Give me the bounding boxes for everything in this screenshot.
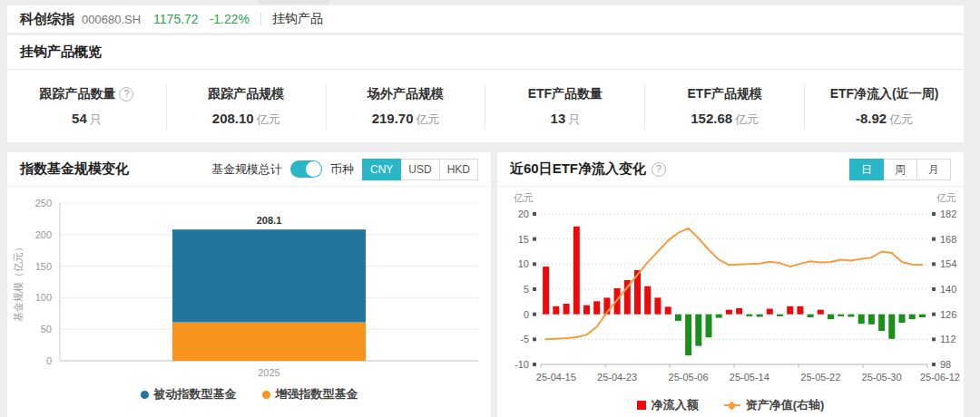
stat-label: 场外产品规模 <box>368 86 444 102</box>
currency-usd-button[interactable]: USD <box>400 159 439 180</box>
svg-text:50: 50 <box>41 324 52 335</box>
index-header-bar: 科创综指 000680.SH 1175.72 -1.22% 挂钩产品 <box>7 5 964 33</box>
legend-square-icon <box>637 401 646 410</box>
overview-panel: 挂钩产品概览 跟踪产品数量 ? 54只 跟踪产品规模 208.10亿元 场外产品… <box>7 35 964 142</box>
header-divider <box>260 13 261 25</box>
svg-text:2025: 2025 <box>258 367 279 378</box>
period-day-button[interactable]: 日 <box>849 159 884 180</box>
stat-label: ETF净流入(近一周) <box>830 86 939 102</box>
stat-label: 跟踪产品数量 <box>39 86 115 102</box>
svg-text:20: 20 <box>518 208 529 219</box>
stat-label: 跟踪产品规模 <box>208 86 284 102</box>
stat-value: 219.70 <box>372 111 414 126</box>
stat-unit: 亿元 <box>416 112 440 126</box>
svg-text:25-06-12: 25-06-12 <box>920 372 960 383</box>
period-month-button[interactable]: 月 <box>916 159 951 180</box>
svg-text:25-04-23: 25-04-23 <box>597 372 637 383</box>
toggle-knob-icon <box>306 161 321 177</box>
legend-dot-icon <box>141 391 149 399</box>
stat-unit: 只 <box>90 112 102 126</box>
svg-text:25-05-14: 25-05-14 <box>730 372 769 383</box>
help-icon[interactable]: ? <box>652 162 666 177</box>
svg-text:98: 98 <box>940 359 951 370</box>
svg-text:5: 5 <box>524 284 529 295</box>
svg-text:基金规模（亿元）: 基金规模（亿元） <box>13 242 24 322</box>
currency-hkd-button[interactable]: HKD <box>439 159 478 180</box>
stat-unit: 只 <box>568 112 580 126</box>
index-code: 000680.SH <box>82 13 141 26</box>
svg-text:112: 112 <box>940 334 956 344</box>
fund-total-toggle-label: 基金规模总计 <box>211 161 282 178</box>
svg-text:140: 140 <box>940 284 956 295</box>
svg-text:0: 0 <box>46 355 52 366</box>
fund-scale-title: 指数基金规模变化 <box>20 160 129 178</box>
stat-unit: 亿元 <box>257 112 280 126</box>
linked-products-page: 科创综指 000680.SH 1175.72 -1.22% 挂钩产品 挂钩产品概… <box>7 5 964 417</box>
period-button-group: 日 周 月 <box>849 159 951 180</box>
svg-text:126: 126 <box>940 309 956 320</box>
stat-otc-scale: 场外产品规模 219.70亿元 <box>327 84 486 130</box>
svg-text:154: 154 <box>940 258 956 269</box>
etf-netflow-legend: 净流入额 资产净值(右轴) <box>497 397 964 413</box>
currency-label: 币种 <box>330 161 354 178</box>
stat-value: 54 <box>72 111 87 126</box>
stat-value: -8.92 <box>856 111 887 126</box>
legend-dot-icon <box>262 391 270 399</box>
currency-cny-button[interactable]: CNY <box>362 159 401 180</box>
svg-text:200: 200 <box>35 229 52 240</box>
etf-netflow-title: 近60日ETF净流入变化 <box>510 160 646 178</box>
etf-netflow-panel: 近60日ETF净流入变化 ? 日 周 月 亿元亿元201821516810154… <box>497 152 964 417</box>
fund-scale-chart[interactable]: 050100150200250基金规模（亿元）208.12025 <box>7 190 491 384</box>
stat-value: 13 <box>551 111 566 126</box>
period-week-button[interactable]: 周 <box>883 159 917 180</box>
stat-etf-count: ETF产品数量 13只 <box>485 84 645 130</box>
svg-text:15: 15 <box>518 234 529 245</box>
fund-scale-panel: 指数基金规模变化 基金规模总计 币种 CNY USD HKD 050100150… <box>7 152 491 417</box>
index-change: -1.22% <box>210 12 250 26</box>
fund-total-toggle[interactable] <box>290 160 322 178</box>
tab-linked-products[interactable]: 挂钩产品 <box>272 11 323 27</box>
stat-etf-scale: ETF产品规模 152.68亿元 <box>645 84 805 130</box>
etf-netflow-chart[interactable]: 亿元亿元20182151681015451400126-5112-109825-… <box>497 187 964 397</box>
stat-unit: 亿元 <box>735 112 759 126</box>
stat-unit: 亿元 <box>889 112 913 126</box>
svg-text:25-05-22: 25-05-22 <box>800 372 840 383</box>
svg-text:-10: -10 <box>514 359 529 370</box>
legend-enhanced-index-funds[interactable]: 增强指数型基金 <box>262 386 358 402</box>
svg-text:25-05-30: 25-05-30 <box>862 372 902 383</box>
svg-text:10: 10 <box>518 258 529 269</box>
svg-text:250: 250 <box>35 198 52 208</box>
stat-tracking-scale: 跟踪产品规模 208.10亿元 <box>167 84 327 130</box>
index-price: 1175.72 <box>153 12 199 26</box>
stat-tracking-count: 跟踪产品数量 ? 54只 <box>7 84 167 130</box>
svg-text:182: 182 <box>940 208 956 219</box>
svg-text:0: 0 <box>524 309 529 320</box>
legend-line-icon <box>724 404 740 406</box>
help-icon[interactable]: ? <box>119 87 133 102</box>
svg-text:208.1: 208.1 <box>257 215 282 226</box>
svg-text:168: 168 <box>940 234 956 245</box>
fund-scale-legend: 被动指数型基金 增强指数型基金 <box>7 386 491 402</box>
stat-value: 152.68 <box>691 111 732 126</box>
index-name: 科创综指 <box>20 11 74 28</box>
charts-row: 指数基金规模变化 基金规模总计 币种 CNY USD HKD 050100150… <box>7 152 964 417</box>
svg-text:亿元: 亿元 <box>936 192 956 203</box>
stats-row: 跟踪产品数量 ? 54只 跟踪产品规模 208.10亿元 场外产品规模 219.… <box>7 70 964 130</box>
stat-label: ETF产品规模 <box>688 86 762 102</box>
legend-net-asset-value[interactable]: 资产净值(右轴) <box>724 397 825 413</box>
svg-text:-5: -5 <box>520 334 529 344</box>
svg-text:150: 150 <box>35 261 52 272</box>
svg-text:25-04-15: 25-04-15 <box>536 372 576 383</box>
legend-net-inflow[interactable]: 净流入额 <box>637 397 699 413</box>
stat-etf-netflow-week: ETF净流入(近一周) -8.92亿元 <box>805 84 964 130</box>
overview-title: 挂钩产品概览 <box>7 35 964 70</box>
stat-label: ETF产品数量 <box>528 86 603 102</box>
legend-passive-index-funds[interactable]: 被动指数型基金 <box>141 386 237 402</box>
currency-button-group: CNY USD HKD <box>362 159 478 180</box>
svg-text:25-05-06: 25-05-06 <box>669 372 709 383</box>
svg-text:100: 100 <box>35 292 52 303</box>
stat-value: 208.10 <box>212 111 254 126</box>
svg-text:亿元: 亿元 <box>514 192 534 203</box>
top-tab-remnant <box>259 0 329 4</box>
